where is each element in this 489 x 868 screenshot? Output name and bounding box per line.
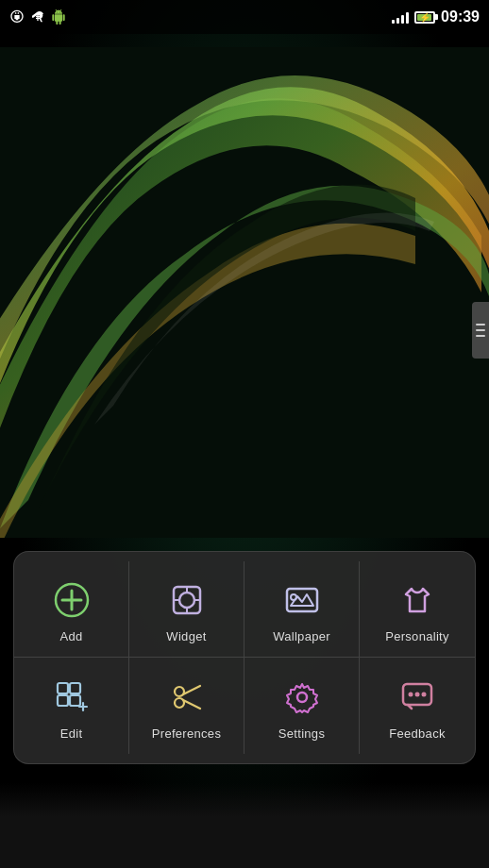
ribbon-decoration — [0, 47, 489, 538]
usb-icon — [9, 9, 25, 25]
side-tab[interactable] — [472, 302, 489, 359]
status-right-icons: ⚡ 09:39 — [392, 8, 480, 25]
menu-grid: Add Widget — [14, 561, 475, 754]
edit-icon — [50, 676, 93, 719]
status-bar: ⚡ 09:39 — [0, 0, 489, 34]
preferences-icon — [165, 676, 209, 719]
personality-label: Personality — [385, 629, 449, 643]
svg-point-27 — [422, 692, 427, 696]
svg-line-21 — [183, 700, 200, 709]
svg-rect-14 — [58, 695, 68, 706]
widget-label: Widget — [166, 629, 206, 643]
bottom-dock — [0, 783, 489, 868]
feedback-label: Feedback — [389, 726, 446, 741]
menu-item-personality[interactable]: Personality — [360, 561, 475, 658]
menu-item-settings[interactable]: Settings — [244, 658, 360, 754]
settings-label: Settings — [278, 726, 325, 741]
menu-item-widget[interactable]: Widget — [129, 561, 244, 658]
personality-icon — [396, 578, 439, 622]
side-tab-lines — [476, 324, 485, 337]
widget-icon — [165, 578, 209, 622]
preferences-label: Preferences — [152, 726, 221, 741]
status-left-icons — [9, 9, 66, 25]
feedback-icon — [396, 676, 439, 719]
menu-item-preferences[interactable]: Preferences — [129, 658, 244, 754]
svg-point-26 — [415, 692, 420, 696]
menu-item-edit[interactable]: Edit — [14, 658, 129, 754]
menu-item-add[interactable]: Add — [14, 561, 129, 658]
menu-panel: Add Widget — [13, 551, 476, 764]
svg-point-22 — [297, 693, 307, 702]
add-icon — [50, 578, 93, 622]
edit-label: Edit — [60, 726, 83, 741]
svg-point-5 — [179, 593, 194, 608]
svg-rect-13 — [70, 683, 80, 693]
signal-icon — [392, 10, 409, 24]
battery-icon: ⚡ — [414, 11, 435, 24]
svg-rect-12 — [58, 683, 68, 693]
svg-line-20 — [183, 686, 200, 694]
svg-point-11 — [291, 594, 296, 600]
svg-rect-15 — [70, 695, 80, 706]
status-time: 09:39 — [441, 8, 480, 25]
svg-point-25 — [409, 692, 413, 696]
settings-icon — [280, 676, 324, 719]
menu-item-feedback[interactable]: Feedback — [360, 658, 475, 754]
add-label: Add — [59, 629, 82, 643]
wallpaper-icon — [280, 578, 324, 622]
menu-item-wallpaper[interactable]: Wallpaper — [244, 561, 360, 658]
android-icon — [51, 9, 66, 25]
wallpaper-label: Wallpaper — [273, 629, 330, 643]
feather-icon — [30, 9, 45, 25]
